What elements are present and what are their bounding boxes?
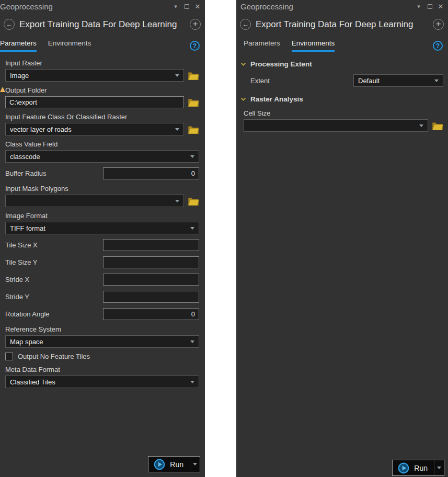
cell-size-browse-folder-icon[interactable] xyxy=(432,121,443,130)
tool-header: ← Export Training Data For Deep Learning… xyxy=(0,12,205,35)
extent-field: Extent Default xyxy=(240,74,443,87)
raster-analysis-title: Raster Analysis xyxy=(250,95,303,103)
run-split-button: Run xyxy=(392,460,444,476)
close-icon[interactable]: ✕ xyxy=(194,3,201,9)
input-feature-field: Input Feature Class Or Classified Raster… xyxy=(5,113,199,135)
input-feature-label: Input Feature Class Or Classified Raster xyxy=(5,113,199,121)
float-window-icon[interactable] xyxy=(183,3,190,9)
meta-data-format-dropdown[interactable]: Classified Tiles xyxy=(5,376,199,388)
tile-size-y-input[interactable] xyxy=(103,256,199,268)
run-button[interactable]: Run xyxy=(148,457,190,472)
input-mask-field: Input Mask Polygons xyxy=(5,185,199,207)
tool-title: Export Training Data For Deep Learning xyxy=(256,19,428,30)
stride-y-label: Stride Y xyxy=(5,293,103,301)
chevron-down-icon xyxy=(419,124,423,127)
input-mask-browse-folder-icon[interactable] xyxy=(188,197,199,206)
add-to-model-icon[interactable]: + xyxy=(433,19,444,30)
cell-size-label: Cell Size xyxy=(244,109,443,117)
tool-header: ← Export Training Data For Deep Learning… xyxy=(236,12,448,35)
tab-parameters[interactable]: Parameters xyxy=(244,39,280,52)
class-value-dropdown[interactable]: classcode xyxy=(5,150,199,163)
extent-dropdown[interactable]: Default xyxy=(353,74,443,87)
input-feature-dropdown[interactable]: vector layer of roads xyxy=(5,123,184,135)
geoprocessing-pane-parameters: Geoprocessing ▾ ✕ ← Export Training Data… xyxy=(0,0,205,477)
window-controls: ▾ ✕ xyxy=(416,3,444,9)
collapse-chevron-icon xyxy=(240,97,246,101)
back-icon[interactable]: ← xyxy=(4,19,15,30)
tab-environments[interactable]: Environments xyxy=(292,39,335,52)
input-raster-label: Input Raster xyxy=(5,59,199,67)
help-icon[interactable]: ? xyxy=(433,41,443,51)
input-feature-browse-folder-icon[interactable] xyxy=(188,125,199,134)
run-options-arrow[interactable] xyxy=(190,457,200,472)
pane-menu-icon[interactable]: ▾ xyxy=(416,3,422,9)
image-format-field: Image Format TIFF format xyxy=(5,212,199,234)
output-folder-label: Output Folder xyxy=(5,86,199,94)
meta-data-format-label: Meta Data Format xyxy=(5,366,199,373)
add-to-model-icon[interactable]: + xyxy=(190,19,201,30)
rotation-angle-input[interactable] xyxy=(103,308,199,320)
buffer-radius-input[interactable] xyxy=(103,167,199,179)
rotation-angle-label: Rotation Angle xyxy=(5,310,103,318)
geoprocessing-pane-environments: Geoprocessing ▾ ✕ ← Export Training Data… xyxy=(236,0,448,477)
input-mask-label: Input Mask Polygons xyxy=(5,185,199,192)
float-window-icon[interactable] xyxy=(427,3,433,9)
warning-triangle-icon xyxy=(0,86,5,94)
run-label: Run xyxy=(170,460,183,469)
input-mask-dropdown[interactable] xyxy=(5,195,184,207)
chevron-down-icon xyxy=(434,80,439,82)
raster-analysis-group-header[interactable]: Raster Analysis xyxy=(240,95,443,103)
tab-environments[interactable]: Environments xyxy=(48,39,91,52)
chevron-down-icon xyxy=(175,128,179,131)
chevron-down-icon xyxy=(190,381,194,383)
tab-bar: Parameters Environments ? xyxy=(0,35,205,52)
play-icon xyxy=(398,462,409,474)
help-icon[interactable]: ? xyxy=(190,41,200,51)
cell-size-field: Cell Size xyxy=(240,109,443,132)
chevron-down-icon xyxy=(190,340,194,343)
input-raster-dropdown[interactable]: Image xyxy=(5,69,184,82)
meta-data-format-field: Meta Data Format Classified Tiles xyxy=(5,366,199,388)
output-no-feature-tiles-checkbox[interactable] xyxy=(5,353,13,360)
image-format-label: Image Format xyxy=(5,212,199,220)
buffer-radius-field: Buffer Radius xyxy=(5,167,199,179)
tab-parameters[interactable]: Parameters xyxy=(0,39,37,52)
rotation-angle-field: Rotation Angle xyxy=(5,308,199,320)
reference-system-dropdown[interactable]: Map space xyxy=(5,335,199,348)
output-folder-browse-folder-icon[interactable] xyxy=(188,98,199,107)
stride-y-input[interactable] xyxy=(103,291,199,303)
output-no-feature-tiles-field: Output No Feature Tiles xyxy=(5,353,199,360)
class-value-field: Class Value Field classcode xyxy=(5,140,199,163)
tile-size-x-input[interactable] xyxy=(103,239,199,251)
tile-size-x-field: Tile Size X xyxy=(5,239,199,251)
float-box-glyph xyxy=(185,4,189,9)
environments-form: Processing Extent Extent Default Raster … xyxy=(236,52,448,132)
pane-title: Geoprocessing xyxy=(240,2,416,11)
pane-title: Geoprocessing xyxy=(0,2,173,11)
back-icon[interactable]: ← xyxy=(240,19,251,30)
buffer-radius-label: Buffer Radius xyxy=(5,169,103,177)
pane-titlebar: Geoprocessing ▾ ✕ xyxy=(0,0,205,12)
stride-x-input[interactable] xyxy=(103,274,199,286)
close-icon[interactable]: ✕ xyxy=(438,3,444,9)
run-options-arrow[interactable] xyxy=(434,460,444,475)
input-raster-browse-folder-icon[interactable] xyxy=(188,71,199,80)
chevron-down-icon xyxy=(190,227,194,230)
run-button[interactable]: Run xyxy=(393,460,434,475)
window-controls: ▾ ✕ xyxy=(173,3,201,9)
processing-extent-title: Processing Extent xyxy=(250,60,312,68)
chevron-down-icon xyxy=(175,74,179,77)
output-folder-input[interactable] xyxy=(5,96,184,108)
chevron-down-icon xyxy=(437,467,441,469)
image-format-dropdown[interactable]: TIFF format xyxy=(5,222,199,234)
pane-menu-icon[interactable]: ▾ xyxy=(173,3,179,9)
chevron-down-icon xyxy=(175,200,179,202)
cell-size-dropdown[interactable] xyxy=(244,119,428,132)
run-label: Run xyxy=(414,464,428,472)
stride-x-field: Stride X xyxy=(5,274,199,286)
parameters-form: Input Raster Image Output Folder xyxy=(0,52,205,388)
stride-x-label: Stride X xyxy=(5,276,103,283)
processing-extent-group-header[interactable]: Processing Extent xyxy=(240,60,443,68)
output-no-feature-tiles-label: Output No Feature Tiles xyxy=(18,353,90,360)
tile-size-y-label: Tile Size Y xyxy=(5,258,103,266)
